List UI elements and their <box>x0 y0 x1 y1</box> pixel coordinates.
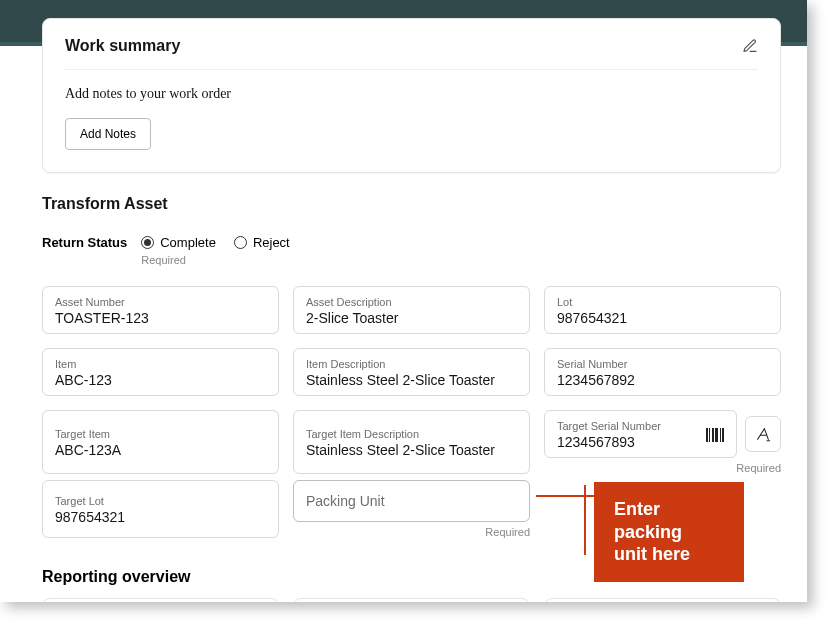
target-item-description-field[interactable]: Target Item Description Stainless Steel … <box>293 410 530 474</box>
radio-unselected-icon <box>234 236 247 249</box>
asset-description-label: Asset Description <box>306 296 517 309</box>
radio-complete-label: Complete <box>160 235 216 250</box>
edit-icon[interactable] <box>742 38 758 54</box>
radio-complete[interactable]: Complete <box>141 235 216 250</box>
item-label: Item <box>55 358 266 371</box>
work-summary-subtext: Add notes to your work order <box>65 86 758 102</box>
target-item-description-value: Stainless Steel 2-Slice Toaster <box>306 442 517 458</box>
asset-number-field[interactable]: Asset Number TOASTER-123 <box>42 286 279 334</box>
target-lot-value: 987654321 <box>55 509 266 525</box>
lot-label: Lot <box>557 296 768 309</box>
callout-connector-vline <box>584 485 586 555</box>
callout-line1: Enter packing <box>614 499 682 542</box>
asset-number-value: TOASTER-123 <box>55 310 266 326</box>
callout-line2: unit here <box>614 544 690 564</box>
target-item-value: ABC-123A <box>55 442 266 458</box>
target-item-field[interactable]: Target Item ABC-123A <box>42 410 279 474</box>
serial-number-field[interactable]: Serial Number 1234567892 <box>544 348 781 396</box>
serial-number-label: Serial Number <box>557 358 768 371</box>
return-status-required: Required <box>141 254 290 266</box>
target-serial-required: Required <box>544 462 781 474</box>
add-notes-button[interactable]: Add Notes <box>65 118 151 150</box>
resources-card[interactable]: Completed Resources <box>544 598 781 602</box>
target-lot-label: Target Lot <box>55 495 266 508</box>
item-description-label: Item Description <box>306 358 517 371</box>
lot-value: 987654321 <box>557 310 768 326</box>
return-status-label: Return Status <box>42 235 127 250</box>
asset-description-field[interactable]: Asset Description 2-Slice Toaster <box>293 286 530 334</box>
text-scan-button[interactable] <box>745 416 781 452</box>
asset-description-value: 2-Slice Toaster <box>306 310 517 326</box>
operations-card[interactable]: Completed Operations <box>42 598 279 602</box>
packing-unit-input[interactable]: Packing Unit <box>293 480 530 522</box>
item-field[interactable]: Item ABC-123 <box>42 348 279 396</box>
radio-reject[interactable]: Reject <box>234 235 290 250</box>
lot-field[interactable]: Lot 987654321 <box>544 286 781 334</box>
target-item-description-label: Target Item Description <box>306 428 517 441</box>
target-serial-number-field[interactable]: Target Serial Number 1234567893 <box>544 410 737 458</box>
item-description-value: Stainless Steel 2-Slice Toaster <box>306 372 517 388</box>
target-serial-number-label: Target Serial Number <box>557 420 661 433</box>
materials-card[interactable]: Completed Materials <box>293 598 530 602</box>
serial-number-value: 1234567892 <box>557 372 768 388</box>
asset-number-label: Asset Number <box>55 296 266 309</box>
packing-unit-required: Required <box>293 526 530 538</box>
radio-reject-label: Reject <box>253 235 290 250</box>
work-summary-card: Work summary Add notes to your work orde… <box>42 18 781 173</box>
callout-box: Enter packing unit here <box>594 482 744 582</box>
work-summary-title: Work summary <box>65 37 180 55</box>
target-item-label: Target Item <box>55 428 266 441</box>
target-lot-field[interactable]: Target Lot 987654321 <box>42 480 279 538</box>
transform-asset-title: Transform Asset <box>42 195 781 213</box>
item-description-field[interactable]: Item Description Stainless Steel 2-Slice… <box>293 348 530 396</box>
text-scan-icon <box>755 426 771 442</box>
radio-selected-icon <box>141 236 154 249</box>
barcode-icon[interactable] <box>706 428 725 442</box>
item-value: ABC-123 <box>55 372 266 388</box>
target-serial-number-value: 1234567893 <box>557 434 661 450</box>
